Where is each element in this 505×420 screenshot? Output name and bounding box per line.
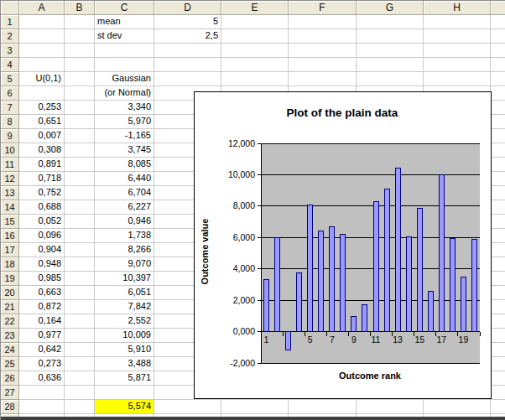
bar-7[interactable] [330,226,335,331]
bar-11[interactable] [373,202,378,332]
row-header-28[interactable]: 28 [1,400,19,414]
cell-B5[interactable] [65,72,95,86]
row-header-20[interactable]: 20 [1,286,19,300]
row-header-15[interactable]: 15 [1,215,19,229]
row-header-10[interactable]: 10 [1,143,19,158]
cell-B7[interactable] [65,101,95,115]
cell-A12[interactable]: 0,718 [19,172,65,186]
bar-5[interactable] [308,205,313,331]
cell-C24[interactable]: 5,910 [95,343,154,357]
cell-C8[interactable]: 5,970 [95,115,154,129]
bar-12[interactable] [384,189,389,332]
cell-C2[interactable]: st dev [95,29,154,44]
column-header-E[interactable]: E [221,1,289,15]
cell-D28[interactable] [154,400,221,414]
bar-1[interactable] [264,279,269,332]
cell-B15[interactable] [65,215,95,229]
cell-B18[interactable] [65,257,95,272]
cell-H2[interactable] [424,29,491,44]
cell-C6[interactable]: (or Normal) [95,86,154,101]
column-header-C[interactable]: C [95,1,154,15]
column-header-A[interactable]: A [19,1,65,15]
bar-4[interactable] [297,272,302,331]
cell-H28[interactable] [424,400,491,414]
cell-C10[interactable]: 3,745 [95,143,154,158]
cell-E5[interactable] [221,72,289,86]
cell-G5[interactable] [357,72,424,86]
column-header-partial[interactable] [491,1,505,15]
row-header-19[interactable]: 19 [1,272,19,286]
cell-F5[interactable] [289,72,357,86]
cell-A7[interactable]: 0,253 [19,101,65,115]
cell-F4[interactable] [289,58,357,72]
cell-H4[interactable] [424,58,491,72]
cell-E2[interactable] [221,29,289,44]
row-header-18[interactable]: 18 [1,257,19,272]
cell-B22[interactable] [65,314,95,329]
select-all-corner[interactable] [1,1,19,15]
chart-object[interactable]: 12,00010,0008,0006,0004,0002,0000,000-2,… [194,91,492,399]
column-header-D[interactable]: D [154,1,221,15]
row-header-25[interactable]: 25 [1,357,19,371]
cell-C9[interactable]: -1,165 [95,129,154,143]
row-header-8[interactable]: 8 [1,115,19,129]
cell-C22[interactable]: 2,552 [95,314,154,329]
row-header-2[interactable]: 2 [1,29,19,44]
row-header-6[interactable]: 6 [1,86,19,101]
bar-14[interactable] [406,236,411,331]
cell-B3[interactable] [65,44,95,58]
row-header-5[interactable]: 5 [1,72,19,86]
cell-B9[interactable] [65,129,95,143]
row-header-24[interactable]: 24 [1,343,19,357]
cell-A20[interactable]: 0,663 [19,286,65,300]
cell-G3[interactable] [357,44,424,58]
cell-H5[interactable] [424,72,491,86]
cell-D1[interactable]: 5 [154,15,221,29]
cell-B8[interactable] [65,115,95,129]
cell-G28[interactable] [357,400,424,414]
cell-B26[interactable] [65,371,95,386]
cell-E1[interactable] [221,15,289,29]
cell-C7[interactable]: 3,340 [95,101,154,115]
cell-A19[interactable]: 0,985 [19,272,65,286]
cell-A13[interactable]: 0,752 [19,186,65,200]
cell-C1[interactable]: mean [95,15,154,29]
cell-D3[interactable] [154,44,221,58]
cell-B28[interactable] [65,400,95,414]
cell-A11[interactable]: 0,891 [19,158,65,172]
cell-A22[interactable]: 0,164 [19,314,65,329]
row-header-1[interactable]: 1 [1,15,19,29]
cell-H1[interactable] [424,15,491,29]
cell-B2[interactable] [65,29,95,44]
cell-C19[interactable]: 10,397 [95,272,154,286]
cell-A25[interactable]: 0,273 [19,357,65,371]
row-header-13[interactable]: 13 [1,186,19,200]
row-header-17[interactable]: 17 [1,243,19,257]
cell-C25[interactable]: 3,488 [95,357,154,371]
bar-20[interactable] [471,240,476,332]
row-header-22[interactable]: 22 [1,314,19,329]
plot-area[interactable] [261,143,480,363]
cell-A24[interactable]: 0,642 [19,343,65,357]
cell-F1[interactable] [289,15,357,29]
cell-A28[interactable] [19,400,65,414]
cell-B21[interactable] [65,300,95,314]
cell-B20[interactable] [65,286,95,300]
cell-B27[interactable] [65,386,95,400]
cell-B16[interactable] [65,229,95,243]
cell-E28[interactable] [221,400,289,414]
cell-A1[interactable] [19,15,65,29]
cell-C18[interactable]: 9,070 [95,257,154,272]
row-header-23[interactable]: 23 [1,329,19,343]
cell-E4[interactable] [221,58,289,72]
cell-B11[interactable] [65,158,95,172]
column-header-H[interactable]: H [424,1,491,15]
cell-H3[interactable] [424,44,491,58]
cell-C15[interactable]: 0,946 [95,215,154,229]
cell-A23[interactable]: 0,977 [19,329,65,343]
cell-G1[interactable] [357,15,424,29]
cell-C4[interactable] [95,58,154,72]
row-header-21[interactable]: 21 [1,300,19,314]
bar-19[interactable] [461,277,466,331]
row-header-4[interactable]: 4 [1,58,19,72]
